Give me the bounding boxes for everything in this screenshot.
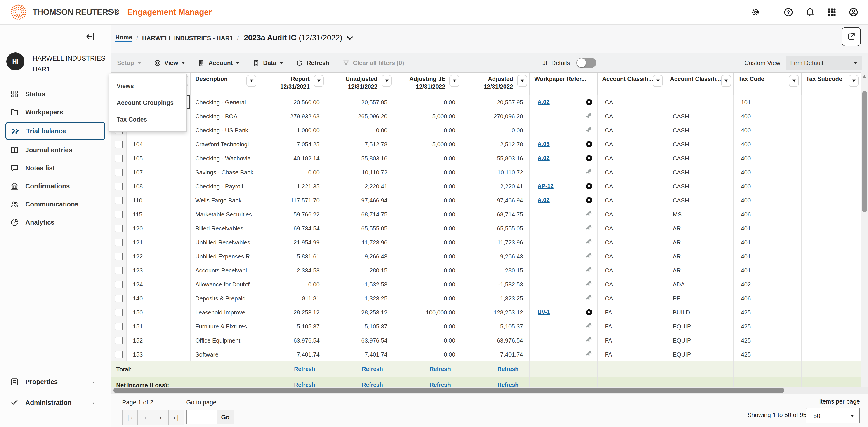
filter-icon[interactable] — [450, 75, 459, 87]
last-page-button[interactable]: ›| — [168, 410, 184, 425]
account-classification-cell[interactable]: CA — [598, 277, 665, 291]
account-number-cell[interactable]: 150 — [127, 305, 191, 319]
account-number-cell[interactable]: 120 — [127, 221, 191, 235]
remove-reference-icon[interactable] — [585, 308, 593, 316]
vertical-scrollbar-thumb[interactable] — [862, 91, 867, 212]
horizontal-scrollbar-thumb[interactable] — [114, 388, 784, 393]
attach-workpaper-icon[interactable] — [585, 168, 593, 176]
unadjusted-balance-cell[interactable]: 7,512.78 — [327, 137, 394, 151]
account-number-cell[interactable]: 124 — [127, 277, 191, 291]
report-balance-cell[interactable]: 69,734.54 — [259, 221, 327, 235]
tax-subcode-cell[interactable] — [802, 137, 861, 151]
remove-reference-icon[interactable] — [585, 99, 593, 106]
row-checkbox[interactable] — [115, 322, 122, 330]
tax-code-cell[interactable]: 400 — [734, 123, 802, 137]
account-classification2-cell[interactable]: EQUIP — [665, 333, 734, 347]
adjusting-je-cell[interactable]: -5,000.00 — [394, 137, 462, 151]
unadjusted-balance-cell[interactable]: 65,555.05 — [327, 221, 394, 235]
refresh-link[interactable]: Refresh — [294, 382, 326, 387]
profile-icon[interactable] — [848, 7, 859, 18]
report-balance-cell[interactable]: 21,954.99 — [259, 235, 327, 249]
tax-subcode-cell[interactable] — [802, 277, 861, 291]
tax-subcode-cell[interactable] — [802, 123, 861, 137]
row-checkbox[interactable] — [115, 182, 122, 190]
tax-code-cell[interactable]: 425 — [734, 320, 802, 333]
account-classification-cell[interactable]: FA — [598, 320, 665, 333]
account-classification-cell[interactable]: CA — [598, 109, 665, 123]
tax-code-cell[interactable]: 406 — [734, 207, 802, 221]
report-balance-cell[interactable]: 20,560.00 — [259, 95, 327, 109]
description-cell[interactable]: Savings - Chase Bank — [191, 165, 259, 179]
report-balance-cell[interactable]: 279,932.63 — [259, 109, 327, 123]
items-per-page-select[interactable]: 50 — [806, 408, 860, 423]
adjusted-balance-cell[interactable]: 280.15 — [462, 263, 530, 277]
tax-code-cell[interactable]: 425 — [734, 333, 802, 347]
description-cell[interactable]: Office Equipment — [191, 333, 259, 347]
unadjusted-balance-cell[interactable]: 7,401.74 — [327, 348, 394, 361]
adjusting-je-cell[interactable]: 0.00 — [394, 95, 462, 109]
unadjusted-balance-cell[interactable]: 5,105.37 — [327, 320, 394, 333]
account-classification2-cell[interactable]: CASH — [665, 165, 734, 179]
row-checkbox[interactable] — [115, 196, 122, 204]
description-cell[interactable]: Unbilled Receivables — [191, 235, 259, 249]
remove-reference-icon[interactable] — [585, 155, 593, 162]
tax-code-cell[interactable]: 400 — [734, 179, 802, 193]
description-cell[interactable]: Deposits & Prepaid ... — [191, 291, 259, 305]
sidebar-item-notes-list[interactable]: Notes list — [5, 160, 105, 176]
adjusting-je-cell[interactable]: 0.00 — [394, 348, 462, 361]
adjusted-balance-cell[interactable]: 128,253.12 — [462, 305, 530, 319]
account-classification2-cell[interactable]: AR — [665, 235, 734, 249]
account-classification2-cell[interactable]: CASH — [665, 179, 734, 193]
unadjusted-balance-cell[interactable]: 55,803.16 — [327, 152, 394, 165]
description-cell[interactable]: Accounts Receivabl... — [191, 263, 259, 277]
adjusted-balance-cell[interactable]: -1,532.53 — [462, 277, 530, 291]
account-classification-cell[interactable]: CA — [598, 291, 665, 305]
row-checkbox[interactable] — [115, 252, 122, 260]
account-number-cell[interactable]: 115 — [127, 207, 191, 221]
tax-subcode-cell[interactable] — [802, 95, 861, 109]
description-cell[interactable]: Unbilled Expenses R... — [191, 250, 259, 263]
adjusted-balance-cell[interactable]: 2,220.41 — [462, 179, 530, 193]
remove-reference-icon[interactable] — [585, 183, 593, 190]
description-cell[interactable]: Allowance for Doubtf... — [191, 277, 259, 291]
account-classification2-cell[interactable]: CASH — [665, 123, 734, 137]
adjusted-balance-cell[interactable]: 97,466.94 — [462, 193, 530, 207]
adjusting-je-cell[interactable]: 0.00 — [394, 179, 462, 193]
report-balance-cell[interactable]: 0.00 — [259, 277, 327, 291]
tax-code-cell[interactable]: 425 — [734, 305, 802, 319]
refresh-link[interactable]: Refresh — [430, 366, 462, 372]
unadjusted-balance-cell[interactable]: 20,557.95 — [327, 95, 394, 109]
description-cell[interactable]: Furniture & Fixtures — [191, 320, 259, 333]
account-classification2-cell[interactable]: AR — [665, 250, 734, 263]
attach-workpaper-icon[interactable] — [585, 112, 593, 120]
row-checkbox[interactable] — [115, 140, 122, 148]
account-classification-cell[interactable]: CA — [598, 123, 665, 137]
account-classification-cell[interactable]: FA — [598, 348, 665, 361]
workpaper-reference-link[interactable]: A.02 — [537, 197, 550, 203]
account-number-cell[interactable]: 151 — [127, 320, 191, 333]
adjusting-je-cell[interactable]: 0.00 — [394, 277, 462, 291]
breadcrumb-engagement[interactable]: 2023a Audit IC — [244, 33, 297, 42]
tax-code-cell[interactable]: 406 — [734, 291, 802, 305]
adjusted-balance-cell[interactable]: 68,714.75 — [462, 207, 530, 221]
tax-subcode-cell[interactable] — [802, 320, 861, 333]
adjusting-je-cell[interactable]: 0.00 — [394, 123, 462, 137]
unadjusted-balance-cell[interactable]: 11,723.96 — [327, 235, 394, 249]
account-menu-button[interactable]: Account — [197, 59, 240, 67]
account-classification2-cell[interactable]: EQUIP — [665, 348, 734, 361]
description-cell[interactable]: Marketable Securities — [191, 207, 259, 221]
account-classification2-cell[interactable]: CASH — [665, 137, 734, 151]
tax-subcode-cell[interactable] — [802, 235, 861, 249]
adjusting-je-cell[interactable]: 0.00 — [394, 165, 462, 179]
account-number-cell[interactable]: 105 — [127, 152, 191, 165]
attach-workpaper-icon[interactable] — [585, 238, 593, 246]
account-number-cell[interactable]: 108 — [127, 179, 191, 193]
description-cell[interactable]: Checking - US Bank — [191, 123, 259, 137]
adjusted-balance-cell[interactable]: 20,557.95 — [462, 95, 530, 109]
sidebar-item-administration[interactable]: Administration — [5, 394, 105, 412]
account-number-cell[interactable]: 152 — [127, 333, 191, 347]
filter-icon[interactable] — [381, 75, 392, 87]
adjusted-balance-cell[interactable]: 11,723.96 — [462, 235, 530, 249]
attach-workpaper-icon[interactable] — [585, 127, 593, 134]
unadjusted-balance-cell[interactable]: -1,532.53 — [327, 277, 394, 291]
